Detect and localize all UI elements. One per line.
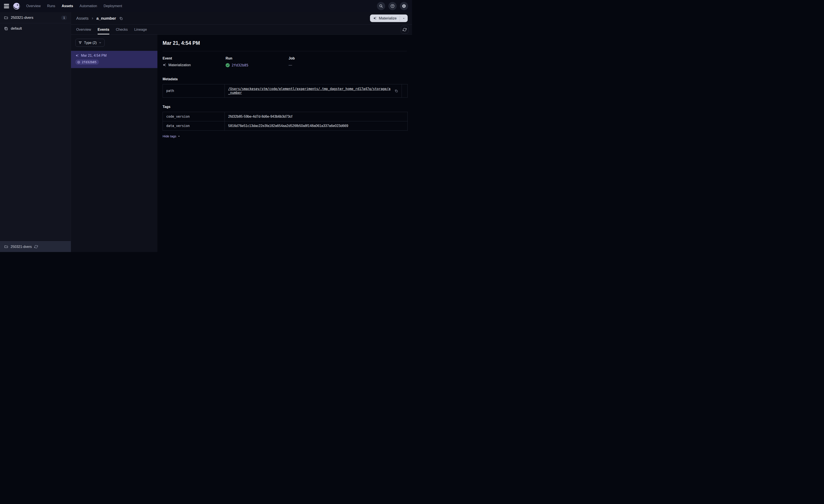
- folder-icon: [4, 16, 8, 20]
- materialize-split-button: Materialize: [370, 14, 408, 22]
- sidebar-group-label: 250321-dvers: [11, 16, 59, 20]
- metadata-key: path: [163, 84, 225, 98]
- settings-button[interactable]: [400, 2, 408, 10]
- breadcrumb: Assets a_number: [76, 16, 123, 21]
- sidebar-item-label: default: [11, 26, 22, 31]
- tags-heading: Tags: [163, 105, 407, 109]
- materialize-sparkle-icon: [373, 16, 377, 20]
- tag-key: code_version: [163, 112, 225, 121]
- table-row: data_version 5816d76e51c13dac22e3fa182a6…: [163, 121, 408, 131]
- run-status-icon: [77, 60, 80, 64]
- asset-group-icon: [4, 26, 8, 31]
- metadata-heading: Metadata: [163, 77, 407, 81]
- asset-tabs: Overview Events Checks Lineage: [71, 25, 412, 35]
- nav-item-deployment[interactable]: Deployment: [103, 4, 122, 8]
- code-location-footer[interactable]: 250321-dvers: [0, 241, 71, 252]
- copy-icon[interactable]: [119, 16, 123, 20]
- hide-tags-label: Hide tags: [163, 134, 176, 138]
- help-icon: ?: [390, 4, 395, 8]
- asset-count-badge: 1: [61, 16, 67, 20]
- nav-item-runs[interactable]: Runs: [47, 4, 55, 8]
- primary-nav: Overview Runs Assets Automation Deployme…: [26, 4, 122, 8]
- refresh-icon: [403, 28, 407, 31]
- tag-key: data_version: [163, 121, 225, 131]
- events-list-panel: Type (2) Mar 21, 4:54 PM: [71, 35, 158, 252]
- event-type-value: Materialization: [169, 63, 191, 67]
- event-list-item-selected[interactable]: Mar 21, 4:54 PM 2fd32b85: [71, 51, 158, 68]
- svg-text:?: ?: [392, 5, 393, 7]
- run-column-label: Run: [226, 56, 289, 60]
- tab-lineage[interactable]: Lineage: [134, 25, 147, 34]
- run-id-chip[interactable]: 2fd32b85: [75, 59, 99, 65]
- materialization-sparkle-icon: [75, 54, 79, 57]
- nav-item-overview[interactable]: Overview: [26, 4, 41, 8]
- event-detail-panel: Mar 21, 4:54 PM Event Materialization: [158, 35, 412, 252]
- search-button[interactable]: [377, 2, 385, 10]
- metadata-section: Metadata path /Users/smackesey/stm/code/…: [163, 77, 407, 98]
- refresh-button[interactable]: [401, 26, 409, 33]
- run-success-icon: [226, 63, 230, 67]
- tab-events[interactable]: Events: [98, 25, 109, 34]
- tab-checks[interactable]: Checks: [116, 25, 128, 34]
- nav-item-assets[interactable]: Assets: [62, 4, 73, 8]
- asset-name: a_number: [96, 16, 116, 21]
- nav-item-automation[interactable]: Automation: [80, 4, 97, 8]
- menu-icon[interactable]: [4, 4, 9, 8]
- event-timestamp: Mar 21, 4:54 PM: [81, 54, 107, 57]
- gear-icon: [402, 4, 406, 8]
- table-row: code_version 2fd32b85-59be-4d7d-8d6e-943…: [163, 112, 408, 121]
- tab-overview[interactable]: Overview: [76, 25, 91, 34]
- materialize-label: Materialize: [379, 16, 397, 20]
- caret-up-icon: [178, 135, 180, 137]
- job-value: —: [289, 63, 292, 67]
- chevron-right-icon: [91, 17, 94, 20]
- run-id-link[interactable]: 2fd32b85: [232, 63, 248, 67]
- help-button[interactable]: ?: [388, 2, 397, 10]
- search-icon: [379, 4, 383, 8]
- metadata-path-link[interactable]: /Users/smackesey/stm/code/elementl/exper…: [228, 87, 392, 95]
- hide-tags-button[interactable]: Hide tags: [163, 134, 180, 138]
- table-row: path /Users/smackesey/stm/code/elementl/…: [163, 84, 408, 98]
- chevron-down-icon: [99, 41, 102, 44]
- sidebar-group-250321-dvers[interactable]: 250321-dvers 1: [0, 12, 71, 23]
- asset-page-header: Assets a_number Materialize: [71, 12, 412, 25]
- type-filter-label: Type (2): [84, 41, 97, 45]
- sidebar-item-default[interactable]: default: [0, 23, 71, 34]
- event-column-label: Event: [163, 56, 226, 60]
- top-nav: Overview Runs Assets Automation Deployme…: [0, 0, 412, 12]
- filter-icon: [78, 41, 82, 44]
- caret-down-icon: [402, 17, 405, 20]
- folder-icon: [4, 245, 8, 249]
- copy-icon[interactable]: [395, 89, 398, 93]
- code-location-label: 250321-dvers: [11, 245, 32, 249]
- type-filter-button[interactable]: Type (2): [75, 39, 105, 47]
- materialize-button[interactable]: Materialize: [370, 14, 400, 22]
- run-id-chip-label: 2fd32b85: [82, 60, 96, 64]
- tags-section: Tags code_version 2fd32b85-59be-4d7d-8d6…: [163, 105, 407, 138]
- tag-value: 2fd32b85-59be-4d7d-8d6e-943b6b3d73cf: [225, 112, 408, 121]
- dagster-logo-icon[interactable]: [13, 2, 21, 10]
- tags-table: code_version 2fd32b85-59be-4d7d-8d6e-943…: [163, 112, 408, 131]
- materialize-dropdown-button[interactable]: [400, 14, 408, 22]
- event-detail-title: Mar 21, 4:54 PM: [163, 40, 407, 46]
- metadata-action-cell: [402, 84, 408, 98]
- metadata-table: path /Users/smackesey/stm/code/elementl/…: [163, 84, 408, 98]
- breadcrumb-assets-link[interactable]: Assets: [76, 16, 89, 21]
- materialization-sparkle-icon: [163, 63, 167, 67]
- job-column-label: Job: [289, 56, 351, 60]
- asset-catalog-sidebar: 250321-dvers 1 default 25: [0, 12, 71, 252]
- tag-value: 5816d76e51c13dac22e3fa182a654aa2d526fb50…: [225, 121, 408, 131]
- reload-icon[interactable]: [34, 245, 38, 249]
